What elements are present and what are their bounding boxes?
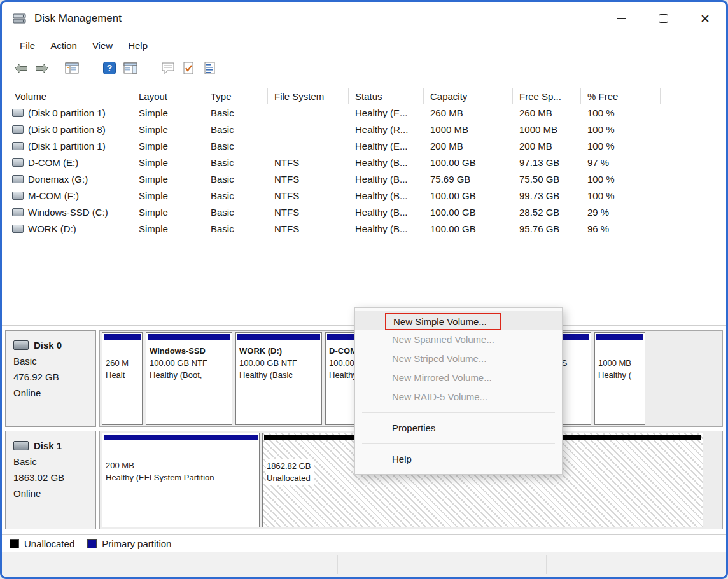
column-capacity[interactable]: Capacity	[424, 88, 513, 104]
disk1-status: Online	[13, 485, 92, 501]
drive-icon	[12, 225, 24, 233]
volume-row[interactable]: D-COM (E:) Simple Basic NTFS Healthy (B.…	[8, 154, 722, 171]
volume-row[interactable]: M-COM (F:) Simple Basic NTFS Healthy (B.…	[8, 187, 722, 204]
comment-icon-button[interactable]	[159, 59, 177, 77]
menu-bar: File Action View Help	[2, 35, 726, 56]
partition-efi-200mb[interactable]: 200 MBHealthy (EFI System Partition	[102, 433, 260, 527]
partition-1000mb[interactable]: 1000 MBHealthy (	[594, 332, 645, 425]
window-title: Disk Management	[34, 12, 122, 25]
partition-work-d[interactable]: WORK (D:)100.00 GB NTFHealthy (Basic	[235, 332, 322, 425]
primary-partition-color-bar	[237, 334, 320, 340]
menu-separator	[362, 443, 555, 444]
menu-item-new-simple-volume[interactable]: New Simple Volume...	[355, 311, 562, 330]
console-tree-toggle-button[interactable]	[63, 59, 81, 77]
disk1-panel[interactable]: Disk 1 Basic 1863.02 GB Online	[5, 431, 96, 529]
menu-item-new-raid5-volume: New RAID-5 Volume...	[355, 387, 562, 407]
partition-260mb[interactable]: 260 MHealt	[102, 332, 143, 425]
disk0-panel[interactable]: Disk 0 Basic 476.92 GB Online	[5, 330, 96, 427]
menu-file[interactable]: File	[12, 37, 43, 54]
column-file-system[interactable]: File System	[268, 88, 349, 104]
disk1-type: Basic	[13, 454, 92, 470]
menu-item-properties[interactable]: Properties	[355, 419, 562, 438]
maximize-icon	[659, 14, 668, 23]
legend-primary-label: Primary partition	[102, 538, 171, 549]
volume-name: D-COM (E:)	[28, 157, 78, 168]
table-header: Volume Layout Type File System Status Ca…	[8, 88, 722, 104]
disk-management-window: Disk Management ✕ File Action View Help …	[0, 0, 728, 579]
primary-partition-color-bar	[148, 334, 230, 340]
disk1-label: Disk 1	[34, 438, 62, 454]
minimize-icon	[617, 18, 626, 19]
disk-management-app-icon	[13, 12, 28, 25]
statusbar-divider	[337, 555, 338, 574]
annotation-red-box: New Simple Volume...	[385, 313, 501, 330]
menu-item-new-mirrored-volume: New Mirrored Volume...	[355, 368, 562, 387]
column-filler	[661, 88, 722, 104]
title-bar: Disk Management ✕	[2, 2, 726, 35]
volume-row[interactable]: (Disk 0 partition 8) Simple Basic Health…	[8, 121, 722, 137]
disk1-size: 1863.02 GB	[13, 470, 92, 485]
volume-row[interactable]: (Disk 0 partition 1) Simple Basic Health…	[8, 104, 722, 121]
menu-help[interactable]: Help	[120, 37, 155, 54]
column-status[interactable]: Status	[349, 88, 424, 104]
disk0-type: Basic	[13, 353, 92, 369]
export-list-icon-button[interactable]	[201, 59, 219, 77]
drive-icon	[12, 109, 24, 117]
volume-row[interactable]: WORK (D:) Simple Basic NTFS Healthy (B..…	[8, 220, 722, 237]
close-icon: ✕	[700, 13, 710, 25]
back-button[interactable]	[12, 59, 30, 77]
legend-unallocated-label: Unallocated	[24, 538, 74, 549]
disk-icon	[13, 340, 29, 350]
primary-partition-color-bar	[104, 435, 258, 440]
toolbar: ?	[2, 56, 726, 81]
drive-icon	[12, 125, 24, 134]
drive-icon	[12, 192, 24, 200]
disk0-label: Disk 0	[34, 337, 62, 353]
volume-row[interactable]: (Disk 1 partition 1) Simple Basic Health…	[8, 137, 722, 154]
drive-icon	[12, 175, 24, 183]
column-type[interactable]: Type	[204, 88, 268, 104]
volume-name: (Disk 0 partition 8)	[28, 124, 106, 135]
column-pct-free[interactable]: % Free	[581, 88, 661, 104]
menu-view[interactable]: View	[85, 37, 120, 54]
window-controls: ✕	[600, 2, 726, 35]
volume-row[interactable]: Donemax (G:) Simple Basic NTFS Healthy (…	[8, 171, 722, 187]
checkmark-icon-button[interactable]	[180, 59, 198, 77]
svg-text:?: ?	[107, 63, 113, 73]
action-pane-toggle-button[interactable]	[122, 59, 139, 77]
status-bar	[2, 552, 726, 577]
volume-name: WORK (D:)	[28, 223, 76, 234]
minimize-button[interactable]	[600, 2, 642, 35]
menu-separator	[362, 412, 555, 413]
menu-item-new-striped-volume: New Striped Volume...	[355, 349, 562, 368]
volume-name: Windows-SSD (C:)	[28, 207, 108, 218]
drive-icon	[12, 158, 24, 167]
maximize-button[interactable]	[642, 2, 684, 35]
unallocated-swatch	[10, 539, 19, 548]
disk0-size: 476.92 GB	[13, 369, 92, 385]
menu-item-help[interactable]: Help	[355, 450, 562, 469]
partition-windows-ssd-c[interactable]: Windows-SSD100.00 GB NTFHealthy (Boot,	[146, 332, 232, 425]
close-button[interactable]: ✕	[684, 2, 726, 35]
disk0-status: Online	[13, 385, 92, 401]
volume-name: (Disk 0 partition 1)	[28, 108, 106, 118]
primary-partition-color-bar	[596, 334, 643, 340]
volume-table: Volume Layout Type File System Status Ca…	[8, 88, 722, 237]
disk-icon	[13, 441, 29, 450]
column-layout[interactable]: Layout	[132, 88, 204, 104]
volume-row[interactable]: Windows-SSD (C:) Simple Basic NTFS Healt…	[8, 204, 722, 220]
context-menu: New Simple Volume... New Spanned Volume.…	[354, 307, 563, 475]
drive-icon	[12, 208, 24, 216]
volume-name: M-COM (F:)	[28, 190, 79, 201]
statusbar-divider	[546, 555, 547, 574]
volume-list-pane: Volume Layout Type File System Status Ca…	[2, 80, 726, 325]
menu-action[interactable]: Action	[43, 37, 85, 54]
primary-partition-color-bar	[104, 334, 141, 340]
help-button[interactable]: ?	[101, 59, 118, 77]
forward-button[interactable]	[33, 59, 51, 77]
menu-item-new-spanned-volume: New Spanned Volume...	[355, 330, 562, 349]
primary-partition-swatch	[87, 539, 97, 548]
column-free-space[interactable]: Free Sp...	[513, 88, 581, 104]
drive-icon	[12, 142, 24, 150]
column-volume[interactable]: Volume	[8, 88, 132, 104]
